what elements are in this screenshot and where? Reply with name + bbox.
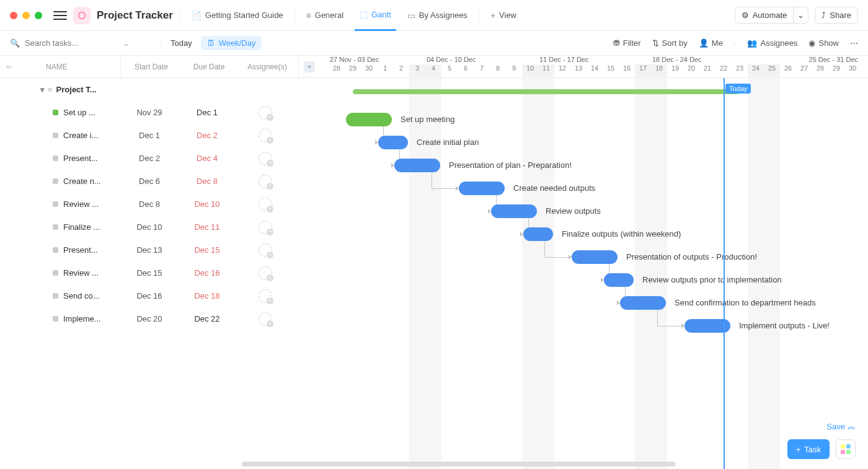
gantt-bar[interactable]: [394, 159, 440, 172]
task-group-row[interactable]: ▾ ≡Project T...: [0, 78, 329, 101]
day-cell[interactable]: 17: [635, 64, 651, 78]
gantt-bar[interactable]: [620, 296, 666, 310]
due-date[interactable]: Dec 16: [180, 268, 234, 278]
status-dot[interactable]: [53, 224, 58, 230]
gantt-bar-label[interactable]: Review outputs prior to implementation: [642, 275, 782, 284]
project-title[interactable]: Project Tracker: [97, 9, 173, 22]
search-input[interactable]: [25, 38, 118, 48]
status-dot[interactable]: [53, 156, 58, 161]
gantt-bar-label[interactable]: Implement outputs - Live!: [739, 321, 830, 330]
start-date[interactable]: Dec 8: [119, 199, 180, 209]
assignee-cell[interactable]: [234, 289, 296, 303]
more-menu[interactable]: ⋯: [850, 38, 858, 48]
col-name[interactable]: NAME: [19, 56, 121, 77]
day-cell[interactable]: 5: [441, 64, 458, 78]
sort-button[interactable]: ⇅Sort by: [652, 38, 688, 48]
start-date[interactable]: Dec 13: [119, 245, 180, 255]
due-date[interactable]: Dec 18: [180, 291, 234, 300]
assignee-cell[interactable]: [234, 129, 296, 142]
apps-button[interactable]: [836, 439, 856, 459]
due-date[interactable]: Dec 11: [180, 222, 234, 232]
gantt-bar-label[interactable]: Create needed outputs: [513, 183, 595, 193]
status-dot[interactable]: [53, 316, 58, 322]
day-cell[interactable]: 28: [329, 64, 345, 78]
assignee-cell[interactable]: [234, 152, 296, 165]
day-cell[interactable]: 19: [667, 64, 683, 78]
day-cell[interactable]: 18: [651, 64, 667, 78]
start-date[interactable]: Nov 29: [119, 108, 180, 117]
day-cell[interactable]: 23: [732, 64, 748, 78]
gantt-bar[interactable]: [572, 250, 618, 264]
assignee-cell[interactable]: [234, 243, 296, 257]
day-cell[interactable]: 30: [844, 64, 861, 78]
assignee-cell[interactable]: [234, 266, 296, 280]
me-filter[interactable]: 👤Me: [699, 38, 723, 48]
day-cell[interactable]: 29: [345, 64, 361, 78]
assignee-cell[interactable]: [234, 106, 296, 120]
status-dot[interactable]: [53, 270, 58, 276]
col-start[interactable]: Start Date: [121, 56, 182, 77]
day-cell[interactable]: 1: [377, 64, 393, 78]
zoom-selector[interactable]: 🗓Week/Day: [201, 36, 262, 50]
day-cell[interactable]: 27: [796, 64, 812, 78]
day-cell[interactable]: 10: [522, 64, 538, 78]
search-field[interactable]: 🔍 ⌄: [10, 38, 153, 48]
add-assignee-icon[interactable]: [259, 289, 272, 303]
start-date[interactable]: Dec 2: [119, 154, 180, 163]
add-assignee-icon[interactable]: [259, 312, 272, 326]
gantt-bar-label[interactable]: Create initial plan: [417, 138, 479, 147]
assignee-cell[interactable]: [234, 221, 296, 234]
day-cell[interactable]: 15: [603, 64, 619, 78]
status-dot[interactable]: [53, 133, 58, 138]
col-assignees[interactable]: Assignee(s): [236, 56, 298, 77]
day-cell[interactable]: 22: [715, 64, 732, 78]
gantt-bar[interactable]: [346, 113, 392, 126]
filter-button[interactable]: ⛃Filter: [613, 38, 641, 48]
day-cell[interactable]: 12: [554, 64, 570, 78]
day-cell[interactable]: 26: [780, 64, 796, 78]
tab-general[interactable]: ≡General: [301, 0, 348, 31]
day-cell[interactable]: 11: [538, 64, 554, 78]
add-assignee-icon[interactable]: [259, 221, 272, 234]
show-button[interactable]: ◉Show: [808, 38, 839, 48]
minimize-window-icon[interactable]: [22, 12, 30, 19]
assignee-cell[interactable]: [234, 198, 296, 211]
gantt-body[interactable]: TodaySet up meetingCreate initial planPr…: [329, 78, 868, 469]
add-assignee-icon[interactable]: [259, 129, 272, 142]
tab-gantt[interactable]: ⬚Gantt: [355, 0, 396, 31]
add-view-button[interactable]: +View: [485, 0, 521, 31]
due-date[interactable]: Dec 2: [180, 131, 234, 140]
status-dot[interactable]: [53, 201, 58, 207]
gantt-bar[interactable]: [604, 273, 634, 287]
task-row[interactable]: Review ...Dec 8Dec 10: [0, 193, 329, 216]
maximize-window-icon[interactable]: [35, 12, 42, 19]
day-cell[interactable]: 14: [587, 64, 603, 78]
gantt-bar-label[interactable]: Set up meeting: [401, 115, 454, 124]
day-cell[interactable]: 25: [764, 64, 780, 78]
start-date[interactable]: Dec 1: [119, 131, 180, 140]
close-window-icon[interactable]: [10, 12, 17, 19]
start-date[interactable]: Dec 20: [119, 314, 180, 323]
task-row[interactable]: Review ...Dec 15Dec 16: [0, 261, 329, 284]
gantt-bar-label[interactable]: Finalize outputs (within weekend): [562, 229, 681, 239]
menu-icon[interactable]: [53, 9, 67, 22]
day-cell[interactable]: 30: [361, 64, 377, 78]
task-name[interactable]: Present...: [63, 245, 119, 255]
task-name[interactable]: Send co...: [63, 291, 119, 300]
gantt-bar[interactable]: [378, 136, 408, 149]
start-date[interactable]: Dec 6: [119, 177, 180, 186]
add-assignee-icon[interactable]: [259, 152, 272, 165]
project-avatar[interactable]: [73, 7, 91, 24]
assignee-cell[interactable]: [234, 175, 296, 188]
day-cell[interactable]: 9: [506, 64, 522, 78]
status-dot[interactable]: [53, 110, 58, 115]
due-date[interactable]: Dec 4: [180, 154, 234, 163]
task-name[interactable]: Set up ...: [63, 108, 119, 117]
assignee-cell[interactable]: [234, 312, 296, 326]
gantt-bar[interactable]: [491, 204, 537, 218]
start-date[interactable]: Dec 10: [119, 222, 180, 232]
day-cell[interactable]: 28: [812, 64, 828, 78]
task-row[interactable]: Impleme...Dec 20Dec 22: [0, 307, 329, 330]
task-row[interactable]: Send co...Dec 16Dec 18: [0, 284, 329, 307]
assignees-filter[interactable]: 👥Assignees: [747, 38, 797, 48]
